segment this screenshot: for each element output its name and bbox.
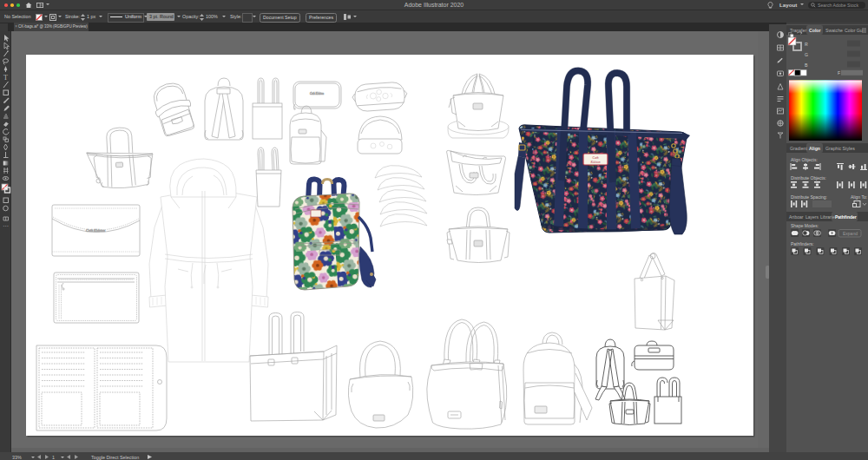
- svg-text:Cath Kidston: Cath Kidston: [310, 92, 324, 95]
- svg-text:T: T: [3, 74, 8, 82]
- svg-text:Distribute Objects:: Distribute Objects:: [791, 175, 826, 181]
- svg-text:Librarie: Librarie: [820, 214, 835, 220]
- svg-text:Layers: Layers: [806, 214, 819, 220]
- svg-text:Graphic Styles: Graphic Styles: [825, 146, 855, 151]
- svg-text:Artboar: Artboar: [789, 214, 804, 220]
- svg-text:Align To:: Align To:: [851, 194, 867, 200]
- svg-text:Cath: Cath: [593, 156, 599, 160]
- svg-text:⋯: ⋯: [3, 223, 9, 229]
- svg-text:Cath Kidston: Cath Kidston: [86, 228, 105, 233]
- svg-text:G: G: [805, 52, 808, 57]
- svg-text:F: F: [838, 70, 840, 76]
- svg-text:Color: Color: [809, 28, 821, 33]
- svg-text:R: R: [805, 42, 808, 47]
- svg-text:Align: Align: [809, 146, 820, 151]
- svg-text:B: B: [805, 62, 808, 68]
- svg-text:Shape Modes:: Shape Modes:: [791, 223, 819, 228]
- svg-text:Kidston: Kidston: [589, 161, 600, 164]
- svg-text:Distribute Spacing:: Distribute Spacing:: [791, 194, 827, 200]
- svg-text:Expand: Expand: [843, 231, 858, 236]
- svg-text:Color Gu: Color Gu: [845, 28, 863, 33]
- svg-text:Pathfinder: Pathfinder: [835, 214, 857, 220]
- svg-text:Gradient: Gradient: [790, 146, 807, 151]
- svg-text:Pathfinders:: Pathfinders:: [791, 241, 814, 246]
- svg-text:Align Objects:: Align Objects:: [791, 157, 818, 162]
- svg-text:Swatche: Swatche: [825, 28, 843, 33]
